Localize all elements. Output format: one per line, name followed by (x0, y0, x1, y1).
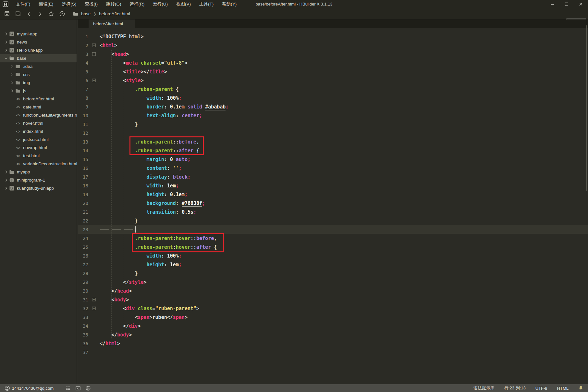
chevron-right-icon[interactable] (3, 48, 8, 52)
code-line-16[interactable]: 16 content: ''; (78, 164, 588, 172)
tree-item-hello-uni-app[interactable]: Hello uni-app (0, 46, 77, 54)
code-line-8[interactable]: 8 width: 100%; (78, 94, 588, 102)
code-line-5[interactable]: 5 <title></title> (78, 67, 588, 76)
code-line-9[interactable]: 9 border: 0.1em solid #ababab; (78, 102, 588, 111)
menu-item[interactable]: 运行(R) (126, 0, 149, 8)
tree-item-justsoso-html[interactable]: <>justsoso.html (0, 135, 77, 144)
breadcrumb-item-base[interactable]: base (81, 11, 91, 16)
code-line-33[interactable]: 33 <span>ruben</span> (78, 313, 588, 322)
run-button[interactable] (56, 9, 67, 19)
tree-item-img[interactable]: img (0, 79, 77, 87)
code-line-28[interactable]: 28 } (78, 269, 588, 278)
code-line-18[interactable]: 18 width: 1em; (78, 181, 588, 190)
encoding-label[interactable]: UTF-8 (535, 386, 547, 391)
favorite-star-button[interactable] (45, 9, 56, 19)
tab-beforeafter-html[interactable]: beforeAfter.html (89, 19, 135, 28)
code-line-19[interactable]: 19 height: 0.1em; (78, 190, 588, 199)
tree-item-nowrap-html[interactable]: <>nowrap.html (0, 144, 77, 152)
code-line-12[interactable]: 12 (78, 129, 588, 137)
code-line-21[interactable]: 21 transition: 0.5s; (78, 208, 588, 216)
save-button[interactable] (12, 9, 23, 19)
fold-marker-icon[interactable]: − (88, 52, 100, 56)
chevron-right-icon[interactable] (9, 65, 15, 68)
chevron-right-icon[interactable] (9, 81, 15, 84)
menu-item[interactable]: 编辑(E) (34, 0, 57, 8)
tree-item-miniprogram-1[interactable]: miniprogram-1 (0, 176, 77, 184)
tree-item--idea[interactable]: .idea (0, 62, 77, 70)
code-line-30[interactable]: 30 </head> (78, 286, 588, 295)
code-line-37[interactable]: 37 (78, 348, 588, 357)
fold-marker-icon[interactable]: − (88, 44, 100, 47)
tree-item-base[interactable]: base (0, 54, 77, 62)
chevron-right-icon[interactable] (3, 32, 8, 36)
code-line-11[interactable]: 11 } (78, 120, 588, 129)
fold-marker-icon[interactable]: − (88, 307, 100, 310)
code-line-29[interactable]: 29 </style> (78, 278, 588, 286)
filetype-label[interactable]: HTML (557, 386, 569, 391)
fold-marker-icon[interactable]: − (88, 298, 100, 301)
menu-item[interactable]: 帮助(Y) (218, 0, 241, 8)
code-line-3[interactable]: 3− <head> (78, 50, 588, 58)
navigate-forward-button[interactable] (34, 9, 45, 19)
code-line-17[interactable]: 17 display: block; (78, 172, 588, 181)
code-line-6[interactable]: 6− <style> (78, 76, 588, 85)
menu-item[interactable]: 跳转(G) (102, 0, 126, 8)
code-line-22[interactable]: 22 } (78, 216, 588, 225)
tree-item-myapp[interactable]: myapp (0, 168, 77, 176)
tree-item-js[interactable]: js (0, 87, 77, 95)
chevron-down-icon[interactable] (3, 57, 8, 60)
code-line-26[interactable]: 26 width: 100%; (78, 251, 588, 260)
code-editor[interactable]: 1<!DOCTYPE html>2−<html>3− <head>4 <meta… (78, 28, 588, 384)
tree-item-myuni-app[interactable]: myuni-app (0, 30, 77, 38)
code-line-32[interactable]: 32− <div class="ruben-parent"> (78, 304, 588, 313)
editor-scrollbar[interactable] (586, 25, 587, 191)
menu-item[interactable]: 工具(T) (195, 0, 218, 8)
maximize-button[interactable] (559, 0, 574, 8)
code-line-35[interactable]: 35 </body> (78, 330, 588, 339)
chevron-right-icon[interactable] (3, 170, 8, 174)
chevron-right-icon[interactable] (3, 186, 8, 190)
cursor-position[interactable]: 行:23 列:13 (504, 385, 526, 391)
terminal-icon[interactable] (75, 386, 81, 391)
tree-item-index-html[interactable]: <>index.html (0, 127, 77, 135)
new-file-button[interactable] (1, 9, 12, 19)
code-line-36[interactable]: 36</html> (78, 339, 588, 348)
menu-item[interactable]: 视图(V) (172, 0, 195, 8)
breadcrumb-item-file[interactable]: beforeAfter.html (99, 11, 130, 16)
tree-item-beforeafter-html[interactable]: <>beforeAfter.html (0, 95, 77, 103)
minimize-button[interactable] (545, 0, 559, 8)
fold-marker-icon[interactable]: − (88, 79, 100, 82)
syntax-library-label[interactable]: 语法提示库 (473, 385, 495, 391)
code-line-27[interactable]: 27 height: 1em; (78, 260, 588, 269)
tree-item-test-html[interactable]: <>test.html (0, 152, 77, 160)
tree-item-functiondefaultarguments-html[interactable]: <>functionDefaultArguments.html (0, 111, 77, 119)
code-line-34[interactable]: 34 </div> (78, 322, 588, 330)
notification-bell-icon[interactable] (578, 386, 583, 391)
close-button[interactable] (574, 0, 588, 8)
tree-item-news[interactable]: news (0, 38, 77, 46)
tree-item-hover-html[interactable]: <>hover.html (0, 119, 77, 127)
outline-list-icon[interactable] (65, 386, 71, 391)
globe-icon[interactable] (85, 386, 91, 391)
tree-item-variabledeconstruction-html[interactable]: <>variableDeconstruction.html (0, 160, 77, 168)
chevron-right-icon[interactable] (3, 40, 8, 44)
code-line-4[interactable]: 4 <meta charset="utf-8"> (78, 58, 588, 67)
code-line-15[interactable]: 15 margin: 0 auto; (78, 155, 588, 164)
chevron-right-icon[interactable] (9, 73, 15, 76)
tree-item-date-html[interactable]: <>date.html (0, 103, 77, 111)
code-line-20[interactable]: 20 background: #76838f; (78, 199, 588, 208)
code-line-7[interactable]: 7 .ruben-parent { (78, 85, 588, 94)
menu-item[interactable]: 发行(U) (149, 0, 172, 8)
chevron-right-icon[interactable] (9, 89, 15, 93)
menu-item[interactable]: 文件(F) (12, 0, 34, 8)
code-line-23[interactable]: 23 (78, 225, 588, 234)
menu-item[interactable]: 选择(S) (57, 0, 80, 8)
account-email[interactable]: 1441470436@qq.com (12, 386, 54, 391)
code-line-1[interactable]: 1<!DOCTYPE html> (78, 32, 588, 41)
code-line-10[interactable]: 10 text-align: center; (78, 111, 588, 120)
tree-item-css[interactable]: css (0, 70, 77, 79)
tree-item-kuangstudy-uniapp[interactable]: kuangstudy-uniapp (0, 184, 77, 192)
chevron-right-icon[interactable] (3, 178, 8, 182)
menu-item[interactable]: 查找(I) (80, 0, 102, 8)
code-line-2[interactable]: 2−<html> (78, 41, 588, 50)
